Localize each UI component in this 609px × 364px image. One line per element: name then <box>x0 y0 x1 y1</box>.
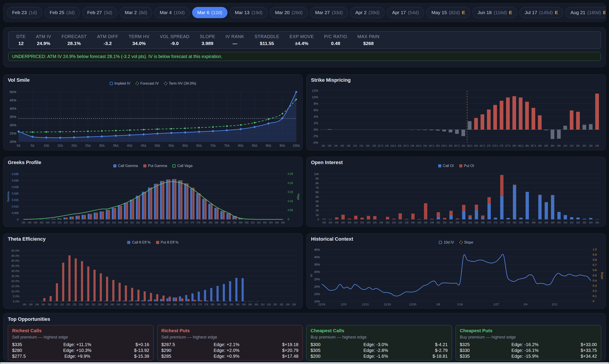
opportunity-row[interactable]: $285Edge: +0.9%$+17.48 <box>161 353 299 359</box>
stat-value: 34.0% <box>129 41 150 46</box>
expiration-tab-mar-27[interactable]: Mar 27(33d) <box>310 7 348 18</box>
svg-text:10Δ: 10Δ <box>44 144 49 147</box>
svg-text:267.5: 267.5 <box>479 145 485 147</box>
svg-text:20Δ: 20Δ <box>71 144 77 147</box>
expiration-tab-mar-4[interactable]: Mar 4(10d) <box>155 7 190 18</box>
legend-item-put-oi[interactable]: Put OI <box>459 164 474 168</box>
legend-item-call-vega[interactable]: Call Vega <box>172 164 193 168</box>
legend-item-term-hv-34-0-[interactable]: Term HV (34.0%) <box>164 81 196 86</box>
svg-text:295: 295 <box>544 145 548 147</box>
svg-text:8K: 8K <box>315 182 319 185</box>
opportunity-row[interactable]: $280Edge: +10.3%$-13.92 <box>12 347 149 353</box>
svg-text:215: 215 <box>360 221 364 224</box>
svg-text:0: 0 <box>593 299 594 303</box>
legend-item-call-oi[interactable]: Call OI <box>438 164 454 168</box>
expiration-tab-feb-25[interactable]: Feb 25(3d) <box>45 7 80 18</box>
svg-text:30%: 30% <box>314 270 320 273</box>
svg-text:5.0%: 5.0% <box>13 295 19 298</box>
svg-text:268: 268 <box>179 303 183 306</box>
legend-item-slope[interactable]: Slope <box>459 240 473 245</box>
expiration-tab-may-15[interactable]: May 15(82d)E <box>426 7 470 18</box>
svg-text:295: 295 <box>242 303 246 306</box>
svg-text:15%: 15% <box>314 292 320 296</box>
svg-text:225: 225 <box>70 221 74 224</box>
card-title: Richest Puts <box>161 328 299 333</box>
opportunity-row[interactable]: $200Edge: -1.6%$-18.81 <box>311 353 448 359</box>
horizontal-scrollbar[interactable] <box>0 362 609 364</box>
expiration-tab-feb-23[interactable]: Feb 23(1d) <box>7 7 42 18</box>
svg-text:190: 190 <box>328 221 332 224</box>
opportunity-row[interactable]: $300Edge: -3.0%$-4.21 <box>311 342 448 347</box>
expiration-tab-aug-21[interactable]: Aug 21(180d)E <box>565 7 606 18</box>
stats-strip: DTE12ATM IV24.9%FORECAST28.1%ATM DIFF-3.… <box>8 31 601 49</box>
opportunity-row[interactable]: $277.5Edge: +9.9%$-15.39 <box>12 353 149 359</box>
stat-label: STRADDLE <box>255 34 279 39</box>
expiration-tab-mar-2[interactable]: Mar 2(8d) <box>119 7 152 18</box>
opportunity-row[interactable]: $335Edge: +11.1%$+0.16 <box>12 342 149 347</box>
opportunity-row[interactable]: $305Edge: -2.8%$-2.79 <box>311 347 448 353</box>
svg-text:0.15: 0.15 <box>288 191 293 194</box>
svg-text:280: 280 <box>203 221 207 224</box>
svg-text:232.5: 232.5 <box>390 145 396 147</box>
opportunity-row[interactable]: $330Edge: -16.1%$+33.75 <box>460 347 597 353</box>
expiration-tab-mar-13[interactable]: Mar 13(19d) <box>230 7 268 18</box>
svg-text:280: 280 <box>513 145 516 147</box>
opportunity-row[interactable]: $290Edge: +2.0%$+20.79 <box>161 347 299 353</box>
svg-text:0.0%: 0.0% <box>13 300 19 303</box>
svg-text:11/24: 11/24 <box>318 303 325 306</box>
legend-item-put-gamma[interactable]: Put Gamma <box>143 164 167 168</box>
expiration-tab-mar-20[interactable]: Mar 20(26d) <box>270 7 308 18</box>
expiration-tab-mar-6[interactable]: Mar 6(12d) <box>192 7 227 18</box>
tab-dte: (1d) <box>29 10 37 15</box>
svg-text:273: 273 <box>184 221 188 224</box>
svg-text:40Δ: 40Δ <box>127 144 132 147</box>
svg-text:258: 258 <box>148 221 152 224</box>
stat-dte: DTE12 <box>11 34 31 46</box>
row-edge: Edge: +9.9% <box>41 353 114 359</box>
opportunity-row[interactable]: $287.5Edge: +2.1%$+19.18 <box>161 342 299 347</box>
legend-swatch-icon <box>172 164 176 168</box>
expiration-tab-apr-2[interactable]: Apr 2(39d) <box>350 7 385 18</box>
expiration-tab-feb-27[interactable]: Feb 27(5d) <box>82 7 117 18</box>
legend-item-10d-iv[interactable]: 10d IV <box>439 240 454 245</box>
svg-text:0.10: 0.10 <box>288 200 293 203</box>
svg-text:315: 315 <box>570 221 574 224</box>
expiration-tab-jun-18[interactable]: Jun 18(116d)E <box>472 7 517 18</box>
vol-smile-legend: Implied IVForecast IVTerm HV (34.0%) <box>3 81 302 86</box>
svg-text:255: 255 <box>449 221 453 224</box>
svg-text:245: 245 <box>118 221 122 224</box>
legend-item-call-gamma[interactable]: Call Gamma <box>113 164 138 168</box>
legend-label: Slope <box>464 240 473 245</box>
svg-text:0: 0 <box>317 218 319 221</box>
legend-item-call-eff-[interactable]: Call θ Eff % <box>127 240 150 245</box>
svg-text:320: 320 <box>576 221 580 224</box>
legend-item-put-eff-[interactable]: Put θ Eff % <box>156 240 179 245</box>
svg-text:1/16: 1/16 <box>457 303 463 306</box>
expiration-tab-jul-17[interactable]: Jul 17(145d)E <box>519 7 563 18</box>
row-value: $+19.18 <box>263 342 298 347</box>
svg-text:290: 290 <box>236 303 240 306</box>
card-title: Cheapest Puts <box>460 328 597 333</box>
opportunity-row[interactable]: $325Edge: -16.2%$+33.00 <box>460 342 597 347</box>
svg-text:290: 290 <box>538 221 542 224</box>
svg-text:20%: 20% <box>314 285 320 288</box>
svg-text:12/19: 12/19 <box>384 303 391 306</box>
legend-item-implied-iv[interactable]: Implied IV <box>110 81 130 86</box>
vol-smile-panel: Vol Smile Implied IVForecast IVTerm HV (… <box>3 74 303 150</box>
legend-label: Put θ Eff % <box>161 240 179 245</box>
legend-swatch-icon <box>156 241 159 244</box>
legend-label: Call Gamma <box>118 164 138 168</box>
row-value: $-4.21 <box>412 342 448 347</box>
opportunity-row[interactable]: $335Edge: -15.9%$+34.42 <box>460 353 597 359</box>
svg-text:253: 253 <box>142 303 145 306</box>
svg-text:210: 210 <box>354 221 358 224</box>
svg-text:190: 190 <box>27 221 31 224</box>
tab-date: Jul 17 <box>525 10 537 15</box>
tab-date: Feb 23 <box>12 10 27 15</box>
legend-item-forecast-iv[interactable]: Forecast IV <box>136 81 159 86</box>
row-strike: $300 <box>311 342 340 347</box>
tab-estimated-flag: E <box>509 10 512 15</box>
expiration-tab-apr-17[interactable]: Apr 17(54d) <box>387 7 424 18</box>
card-subtitle: Sell premium — highest edge <box>161 335 299 340</box>
svg-text:272.5: 272.5 <box>492 145 498 147</box>
